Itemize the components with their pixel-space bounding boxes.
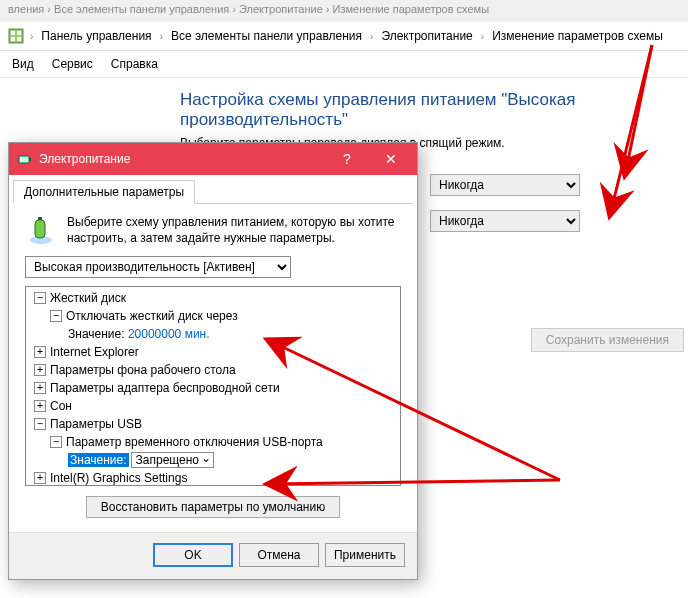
dialog-intro-text: Выберите схему управления питанием, кото… [67,214,401,246]
usb-suspend-select[interactable]: Запрещено [131,452,214,468]
restore-row: Восстановить параметры по умолчанию [25,486,401,524]
selected-value-label: Значение: [68,453,129,467]
svg-rect-8 [35,220,45,238]
tree-value-usb-suspend[interactable]: Значение:Запрещено [26,451,400,469]
ok-button[interactable]: OK [153,543,233,567]
apply-button[interactable]: Применить [325,543,405,567]
window-path: вления › Все элементы панели управления … [0,0,688,22]
menu-view[interactable]: Вид [12,57,34,71]
dialog-titlebar[interactable]: Электропитание ? ✕ [9,143,417,175]
dialog-body: Выберите схему управления питанием, кото… [13,203,413,532]
tab-advanced[interactable]: Дополнительные параметры [13,180,195,204]
collapse-icon[interactable]: − [34,418,46,430]
expand-icon[interactable]: + [34,364,46,376]
svg-rect-9 [38,217,42,220]
collapse-icon[interactable]: − [34,292,46,304]
scheme-select[interactable]: Высокая производительность [Активен] [25,256,291,278]
menu-help[interactable]: Справка [111,57,158,71]
battery-large-icon [25,214,57,246]
disk-timeout-value[interactable]: 20000000 мин. [128,327,210,341]
tree-node-sleep[interactable]: +Сон [26,397,400,415]
sleep-select[interactable]: Никогда [430,210,580,232]
settings-tree[interactable]: −Жесткий диск −Отключать жесткий диск че… [25,286,401,486]
tree-node-usb[interactable]: −Параметры USB [26,415,400,433]
svg-rect-2 [17,31,21,35]
breadcrumb-item-control-panel[interactable]: Панель управления [39,28,153,44]
svg-rect-4 [17,37,21,41]
chevron-right-icon: › [479,31,486,42]
expand-icon[interactable]: + [34,472,46,484]
collapse-icon[interactable]: − [50,310,62,322]
tree-node-desktop-bg[interactable]: +Параметры фона рабочего стола [26,361,400,379]
svg-rect-3 [11,37,15,41]
tree-node-hard-disk[interactable]: −Жесткий диск [26,289,400,307]
display-off-select[interactable]: Никогда [430,174,580,196]
breadcrumb-item-power[interactable]: Электропитание [379,28,474,44]
tree-node-ie[interactable]: +Internet Explorer [26,343,400,361]
svg-rect-5 [19,156,29,163]
svg-rect-6 [29,158,31,161]
battery-icon [17,151,33,167]
dialog-intro: Выберите схему управления питанием, кото… [25,214,401,256]
help-button[interactable]: ? [325,143,369,175]
dialog-button-bar: OK Отмена Применить [9,532,417,579]
menu-tools[interactable]: Сервис [52,57,93,71]
tree-node-intel-graphics[interactable]: +Intel(R) Graphics Settings [26,469,400,486]
collapse-icon[interactable]: − [50,436,62,448]
control-panel-icon [8,28,24,44]
tree-node-usb-suspend[interactable]: −Параметр временного отключения USB-порт… [26,433,400,451]
power-options-dialog: Электропитание ? ✕ Дополнительные параме… [8,142,418,580]
scheme-row: Высокая производительность [Активен] [25,256,401,278]
dialog-tabstrip: Дополнительные параметры [9,175,417,203]
svg-rect-1 [11,31,15,35]
page-title: Настройка схемы управления питанием "Выс… [180,90,688,136]
save-button[interactable]: Сохранить изменения [531,328,684,352]
tree-node-wireless[interactable]: +Параметры адаптера беспроводной сети [26,379,400,397]
chevron-right-icon: › [368,31,375,42]
expand-icon[interactable]: + [34,346,46,358]
expand-icon[interactable]: + [34,400,46,412]
restore-defaults-button[interactable]: Восстановить параметры по умолчанию [86,496,340,518]
dialog-title: Электропитание [33,152,325,166]
breadcrumb: › Панель управления › Все элементы панел… [0,22,688,51]
menu-bar: Вид Сервис Справка [0,51,688,78]
breadcrumb-item-edit-plan[interactable]: Изменение параметров схемы [490,28,665,44]
tree-value-turn-off-disk[interactable]: Значение: 20000000 мин. [26,325,400,343]
cancel-button[interactable]: Отмена [239,543,319,567]
chevron-right-icon: › [158,31,165,42]
expand-icon[interactable]: + [34,382,46,394]
breadcrumb-item-all-items[interactable]: Все элементы панели управления [169,28,364,44]
tree-node-turn-off-disk[interactable]: −Отключать жесткий диск через [26,307,400,325]
close-button[interactable]: ✕ [369,143,413,175]
chevron-right-icon: › [28,31,35,42]
